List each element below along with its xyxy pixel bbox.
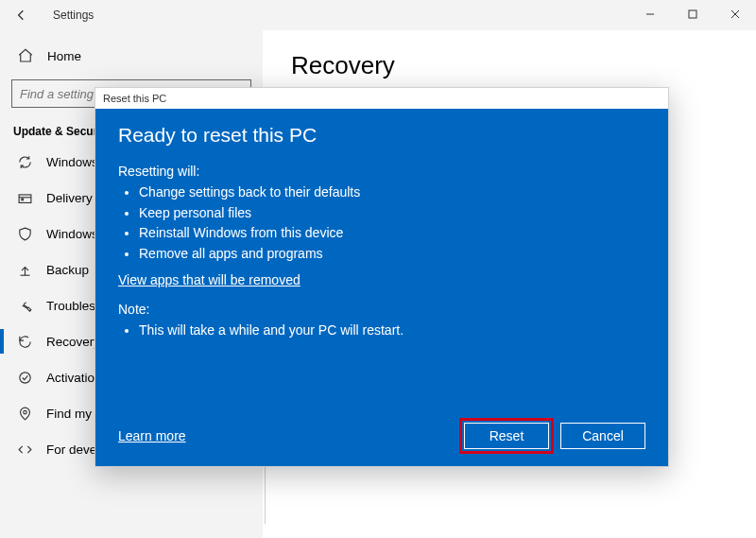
recovery-icon	[17, 334, 33, 350]
maximize-button[interactable]	[671, 0, 713, 28]
shield-icon	[17, 226, 33, 242]
svg-rect-2	[19, 194, 31, 202]
reset-point: Change settings back to their defaults	[139, 182, 645, 203]
dialog-title: Reset this PC	[95, 88, 668, 109]
location-icon	[17, 406, 33, 422]
reset-point: Reinstall Windows from this device	[139, 223, 645, 244]
minimize-button[interactable]	[628, 0, 671, 28]
wrench-icon	[17, 298, 33, 314]
close-button[interactable]	[713, 0, 756, 28]
page-title: Recovery	[291, 51, 756, 80]
resetting-will-label: Resetting will:	[118, 164, 645, 179]
window-title: Settings	[53, 9, 94, 22]
back-button[interactable]	[8, 1, 36, 29]
note-label: Note:	[118, 302, 645, 317]
learn-more-link[interactable]: Learn more	[118, 428, 186, 443]
titlebar: Settings	[0, 0, 756, 30]
reset-point: Remove all apps and programs	[139, 244, 645, 265]
view-apps-link[interactable]: View apps that will be removed	[118, 272, 301, 287]
developers-icon	[17, 442, 33, 458]
svg-point-4	[20, 372, 30, 382]
note-points-list: This will take a while and your PC will …	[118, 321, 645, 341]
svg-point-3	[22, 198, 24, 200]
svg-point-5	[24, 410, 27, 414]
note-point: This will take a while and your PC will …	[139, 321, 645, 341]
svg-rect-0	[689, 10, 696, 18]
cancel-button[interactable]: Cancel	[560, 423, 645, 449]
nav-label: Backup	[46, 263, 89, 277]
dialog-body: Ready to reset this PC Resetting will: C…	[95, 109, 668, 466]
sidebar-home[interactable]: Home	[0, 40, 263, 72]
reset-points-list: Change settings back to their defaults K…	[118, 182, 645, 265]
delivery-icon	[17, 190, 33, 206]
sidebar-home-label: Home	[47, 49, 81, 63]
reset-button[interactable]: Reset	[464, 423, 549, 449]
nav-label: Recovery	[46, 335, 100, 349]
reset-dialog: Reset this PC Ready to reset this PC Res…	[94, 87, 669, 467]
backup-icon	[17, 262, 33, 278]
activation-icon	[17, 370, 33, 386]
nav-label: Activation	[46, 371, 102, 385]
sync-icon	[17, 154, 33, 170]
reset-point: Keep personal files	[139, 203, 645, 224]
dialog-heading: Ready to reset this PC	[118, 124, 645, 147]
dialog-footer: Learn more Reset Cancel	[118, 423, 645, 449]
